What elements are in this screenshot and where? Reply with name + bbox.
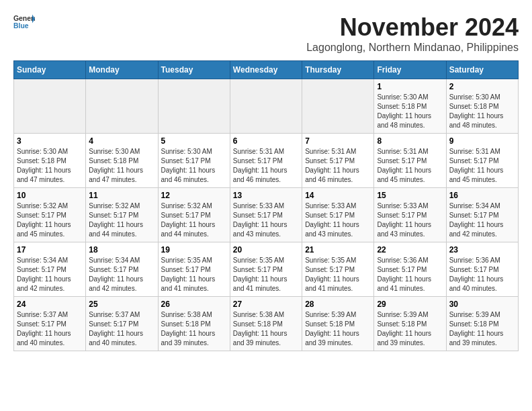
day-number: 28 (305, 300, 371, 309)
calendar-cell: 9Sunrise: 5:31 AM Sunset: 5:17 PM Daylig… (446, 134, 518, 188)
calendar-week-row: 3Sunrise: 5:30 AM Sunset: 5:18 PM Daylig… (14, 134, 519, 188)
day-number: 29 (377, 300, 443, 309)
day-info: Sunrise: 5:34 AM Sunset: 5:17 PM Dayligh… (17, 256, 83, 293)
calendar-cell: 26Sunrise: 5:38 AM Sunset: 5:18 PM Dayli… (158, 297, 230, 351)
day-number: 21 (305, 245, 371, 255)
weekday-header-wednesday: Wednesday (230, 61, 302, 79)
calendar-cell: 14Sunrise: 5:33 AM Sunset: 5:17 PM Dayli… (302, 188, 374, 242)
day-info: Sunrise: 5:30 AM Sunset: 5:18 PM Dayligh… (89, 147, 154, 185)
title-area: November 2024 Lagonglong, Northern Minda… (306, 13, 519, 54)
calendar-week-row: 24Sunrise: 5:37 AM Sunset: 5:17 PM Dayli… (14, 297, 519, 351)
day-info: Sunrise: 5:31 AM Sunset: 5:17 PM Dayligh… (305, 147, 371, 185)
day-info: Sunrise: 5:32 AM Sunset: 5:17 PM Dayligh… (17, 201, 83, 239)
calendar-cell (86, 79, 158, 134)
day-info: Sunrise: 5:31 AM Sunset: 5:17 PM Dayligh… (233, 147, 299, 185)
calendar-cell: 23Sunrise: 5:36 AM Sunset: 5:17 PM Dayli… (446, 242, 518, 297)
calendar-cell: 1Sunrise: 5:30 AM Sunset: 5:18 PM Daylig… (374, 79, 446, 134)
calendar-cell: 4Sunrise: 5:30 AM Sunset: 5:18 PM Daylig… (86, 134, 158, 188)
day-info: Sunrise: 5:35 AM Sunset: 5:17 PM Dayligh… (233, 256, 299, 293)
month-title: November 2024 (306, 13, 519, 42)
day-info: Sunrise: 5:36 AM Sunset: 5:17 PM Dayligh… (377, 256, 443, 293)
generalblue-logo-icon: General Blue (13, 13, 35, 30)
day-info: Sunrise: 5:33 AM Sunset: 5:17 PM Dayligh… (305, 201, 371, 239)
calendar-cell: 21Sunrise: 5:35 AM Sunset: 5:17 PM Dayli… (302, 242, 374, 297)
weekday-header-saturday: Saturday (446, 61, 518, 79)
day-number: 1 (377, 82, 443, 91)
svg-text:General: General (13, 15, 35, 22)
day-number: 17 (17, 245, 83, 255)
calendar-week-row: 1Sunrise: 5:30 AM Sunset: 5:18 PM Daylig… (14, 79, 519, 134)
day-info: Sunrise: 5:38 AM Sunset: 5:18 PM Dayligh… (161, 310, 227, 348)
day-info: Sunrise: 5:35 AM Sunset: 5:17 PM Dayligh… (161, 256, 227, 293)
location-title: Lagonglong, Northern Mindanao, Philippin… (306, 42, 519, 54)
day-number: 2 (449, 82, 515, 91)
calendar-cell (14, 79, 86, 134)
day-number: 6 (233, 136, 299, 146)
calendar-cell: 2Sunrise: 5:30 AM Sunset: 5:18 PM Daylig… (446, 79, 518, 134)
day-info: Sunrise: 5:39 AM Sunset: 5:18 PM Dayligh… (305, 310, 371, 348)
calendar-week-row: 17Sunrise: 5:34 AM Sunset: 5:17 PM Dayli… (14, 242, 519, 297)
day-number: 15 (377, 191, 443, 200)
calendar-cell: 30Sunrise: 5:39 AM Sunset: 5:18 PM Dayli… (446, 297, 518, 351)
header: General Blue November 2024 Lagonglong, N… (13, 13, 519, 54)
calendar-cell: 25Sunrise: 5:37 AM Sunset: 5:17 PM Dayli… (86, 297, 158, 351)
day-info: Sunrise: 5:35 AM Sunset: 5:17 PM Dayligh… (305, 256, 371, 293)
day-info: Sunrise: 5:34 AM Sunset: 5:17 PM Dayligh… (89, 256, 154, 293)
day-number: 11 (89, 191, 154, 200)
calendar-cell: 24Sunrise: 5:37 AM Sunset: 5:17 PM Dayli… (14, 297, 86, 351)
calendar-cell: 11Sunrise: 5:32 AM Sunset: 5:17 PM Dayli… (86, 188, 158, 242)
day-number: 8 (377, 136, 443, 146)
calendar-cell: 18Sunrise: 5:34 AM Sunset: 5:17 PM Dayli… (86, 242, 158, 297)
day-number: 24 (17, 300, 83, 309)
day-info: Sunrise: 5:34 AM Sunset: 5:17 PM Dayligh… (449, 201, 515, 239)
day-number: 26 (161, 300, 227, 309)
day-info: Sunrise: 5:33 AM Sunset: 5:17 PM Dayligh… (233, 201, 299, 239)
day-info: Sunrise: 5:36 AM Sunset: 5:17 PM Dayligh… (449, 256, 515, 293)
day-number: 22 (377, 245, 443, 255)
day-info: Sunrise: 5:30 AM Sunset: 5:17 PM Dayligh… (161, 147, 227, 185)
day-info: Sunrise: 5:37 AM Sunset: 5:17 PM Dayligh… (89, 310, 154, 348)
day-info: Sunrise: 5:31 AM Sunset: 5:17 PM Dayligh… (377, 147, 443, 185)
day-info: Sunrise: 5:30 AM Sunset: 5:18 PM Dayligh… (377, 93, 443, 130)
calendar-cell: 3Sunrise: 5:30 AM Sunset: 5:18 PM Daylig… (14, 134, 86, 188)
calendar-cell: 27Sunrise: 5:38 AM Sunset: 5:18 PM Dayli… (230, 297, 302, 351)
day-number: 4 (89, 136, 154, 146)
day-info: Sunrise: 5:39 AM Sunset: 5:18 PM Dayligh… (377, 310, 443, 348)
day-number: 23 (449, 245, 515, 255)
calendar-cell: 19Sunrise: 5:35 AM Sunset: 5:17 PM Dayli… (158, 242, 230, 297)
day-number: 18 (89, 245, 154, 255)
calendar-cell: 10Sunrise: 5:32 AM Sunset: 5:17 PM Dayli… (14, 188, 86, 242)
day-number: 25 (89, 300, 154, 309)
day-number: 14 (305, 191, 371, 200)
day-info: Sunrise: 5:30 AM Sunset: 5:18 PM Dayligh… (17, 147, 83, 185)
day-info: Sunrise: 5:37 AM Sunset: 5:17 PM Dayligh… (17, 310, 83, 348)
day-number: 27 (233, 300, 299, 309)
weekday-header-tuesday: Tuesday (158, 61, 230, 79)
day-number: 19 (161, 245, 227, 255)
weekday-header-thursday: Thursday (302, 61, 374, 79)
day-number: 12 (161, 191, 227, 200)
calendar-cell: 6Sunrise: 5:31 AM Sunset: 5:17 PM Daylig… (230, 134, 302, 188)
day-info: Sunrise: 5:32 AM Sunset: 5:17 PM Dayligh… (161, 201, 227, 239)
calendar-cell: 16Sunrise: 5:34 AM Sunset: 5:17 PM Dayli… (446, 188, 518, 242)
weekday-header-monday: Monday (86, 61, 158, 79)
calendar-cell: 29Sunrise: 5:39 AM Sunset: 5:18 PM Dayli… (374, 297, 446, 351)
weekday-header-friday: Friday (374, 61, 446, 79)
day-number: 16 (449, 191, 515, 200)
calendar-cell: 8Sunrise: 5:31 AM Sunset: 5:17 PM Daylig… (374, 134, 446, 188)
calendar-cell: 20Sunrise: 5:35 AM Sunset: 5:17 PM Dayli… (230, 242, 302, 297)
calendar-cell: 5Sunrise: 5:30 AM Sunset: 5:17 PM Daylig… (158, 134, 230, 188)
day-number: 20 (233, 245, 299, 255)
logo: General Blue (13, 13, 35, 30)
svg-text:Blue: Blue (13, 22, 29, 30)
calendar-week-row: 10Sunrise: 5:32 AM Sunset: 5:17 PM Dayli… (14, 188, 519, 242)
day-info: Sunrise: 5:31 AM Sunset: 5:17 PM Dayligh… (449, 147, 515, 185)
calendar-cell: 28Sunrise: 5:39 AM Sunset: 5:18 PM Dayli… (302, 297, 374, 351)
calendar-cell (302, 79, 374, 134)
calendar-table: SundayMondayTuesdayWednesdayThursdayFrid… (13, 60, 519, 351)
day-info: Sunrise: 5:33 AM Sunset: 5:17 PM Dayligh… (377, 201, 443, 239)
day-number: 5 (161, 136, 227, 146)
day-info: Sunrise: 5:32 AM Sunset: 5:17 PM Dayligh… (89, 201, 154, 239)
weekday-header-sunday: Sunday (14, 61, 86, 79)
calendar-cell: 22Sunrise: 5:36 AM Sunset: 5:17 PM Dayli… (374, 242, 446, 297)
